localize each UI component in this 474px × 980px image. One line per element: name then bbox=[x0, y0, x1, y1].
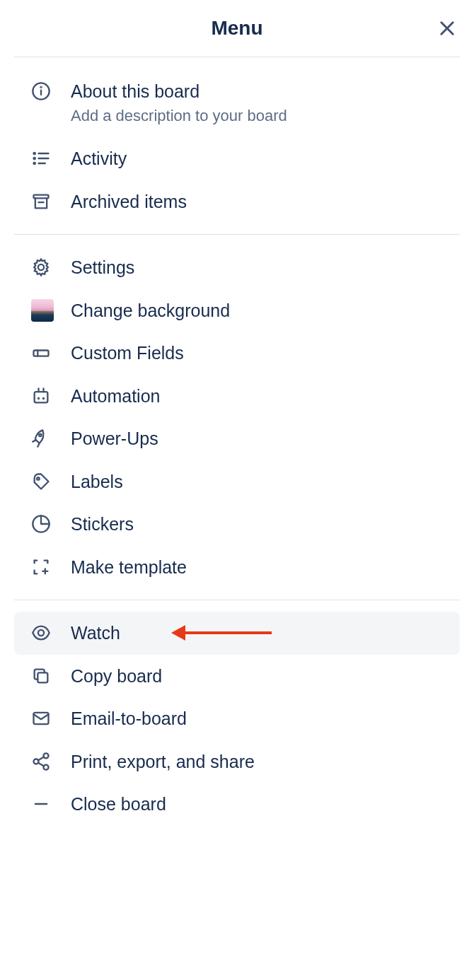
share-icon bbox=[31, 752, 62, 771]
close-button[interactable] bbox=[437, 18, 457, 38]
menu-item-labels[interactable]: Labels bbox=[14, 460, 460, 503]
menu-item-sublabel: Add a description to your board bbox=[71, 106, 287, 127]
menu-item-background[interactable]: Change background bbox=[14, 289, 460, 332]
menu-item-close[interactable]: Close board bbox=[14, 783, 460, 826]
archive-icon bbox=[31, 192, 62, 211]
copy-icon bbox=[31, 666, 62, 686]
svg-rect-26 bbox=[37, 672, 47, 682]
menu-item-label: Close board bbox=[71, 793, 166, 816]
svg-point-13 bbox=[38, 264, 44, 270]
menu-item-label: Power-Ups bbox=[71, 427, 158, 450]
menu-item-label: Automation bbox=[71, 385, 160, 408]
svg-rect-14 bbox=[34, 351, 49, 356]
menu-item-label: Labels bbox=[71, 470, 123, 494]
close-icon bbox=[437, 18, 457, 38]
menu-item-share[interactable]: Print, export, and share bbox=[14, 740, 460, 783]
menu-item-label: Print, export, and share bbox=[71, 750, 255, 774]
field-icon bbox=[31, 343, 62, 363]
svg-point-7 bbox=[34, 163, 35, 164]
sticker-icon bbox=[31, 514, 62, 534]
gear-icon bbox=[31, 257, 62, 277]
tag-icon bbox=[31, 472, 62, 491]
svg-point-6 bbox=[34, 158, 35, 159]
menu-item-settings[interactable]: Settings bbox=[14, 246, 460, 289]
menu-item-email[interactable]: Email-to-board bbox=[14, 697, 460, 740]
menu-item-automation[interactable]: Automation bbox=[14, 375, 460, 418]
template-icon bbox=[31, 557, 62, 577]
svg-point-19 bbox=[38, 398, 39, 399]
menu-item-label: Stickers bbox=[71, 513, 134, 536]
menu-section: About this board Add a description to yo… bbox=[0, 57, 474, 234]
menu-item-custom-fields[interactable]: Custom Fields bbox=[14, 332, 460, 375]
menu-section: Watch Copy board Email-to-board Print, e… bbox=[0, 600, 474, 837]
menu-section: Settings Change background Custom Fields… bbox=[0, 235, 474, 600]
menu-item-stickers[interactable]: Stickers bbox=[14, 503, 460, 546]
svg-point-22 bbox=[37, 477, 40, 480]
robot-icon bbox=[31, 386, 62, 406]
menu-item-label: Make template bbox=[71, 556, 187, 579]
svg-line-31 bbox=[38, 757, 44, 760]
menu-item-activity[interactable]: Activity bbox=[14, 137, 460, 180]
menu-item-label: Watch bbox=[71, 622, 120, 645]
menu-item-label: Copy board bbox=[71, 665, 162, 688]
svg-rect-16 bbox=[35, 392, 48, 402]
menu-item-label: About this board bbox=[71, 80, 287, 103]
menu-item-label: Settings bbox=[71, 256, 134, 279]
menu-item-watch[interactable]: Watch bbox=[14, 612, 460, 655]
menu-item-template[interactable]: Make template bbox=[14, 546, 460, 589]
rocket-icon bbox=[31, 428, 62, 448]
menu-item-about[interactable]: About this board Add a description to yo… bbox=[14, 69, 460, 137]
menu-item-label: Activity bbox=[71, 147, 127, 170]
info-icon bbox=[31, 80, 62, 101]
mail-icon bbox=[31, 708, 62, 728]
menu-item-archived[interactable]: Archived items bbox=[14, 180, 460, 223]
arrow-annotation bbox=[171, 625, 272, 641]
svg-point-21 bbox=[39, 434, 42, 437]
activity-icon bbox=[31, 148, 62, 168]
menu-item-label: Archived items bbox=[71, 190, 187, 214]
menu-item-label: Email-to-board bbox=[71, 707, 187, 730]
menu-item-powerups[interactable]: Power-Ups bbox=[14, 417, 460, 460]
menu-item-label: Custom Fields bbox=[71, 342, 184, 365]
eye-icon bbox=[31, 623, 62, 643]
menu-item-copy[interactable]: Copy board bbox=[14, 655, 460, 698]
svg-point-5 bbox=[34, 153, 35, 154]
svg-point-25 bbox=[38, 630, 44, 636]
svg-line-32 bbox=[38, 763, 44, 766]
svg-point-4 bbox=[40, 87, 41, 88]
menu-item-label: Change background bbox=[71, 299, 230, 322]
thumbnail-icon bbox=[31, 299, 62, 322]
menu-header: Menu bbox=[0, 0, 474, 57]
minus-icon bbox=[31, 794, 62, 814]
svg-point-20 bbox=[43, 398, 44, 399]
menu-title: Menu bbox=[211, 17, 262, 40]
